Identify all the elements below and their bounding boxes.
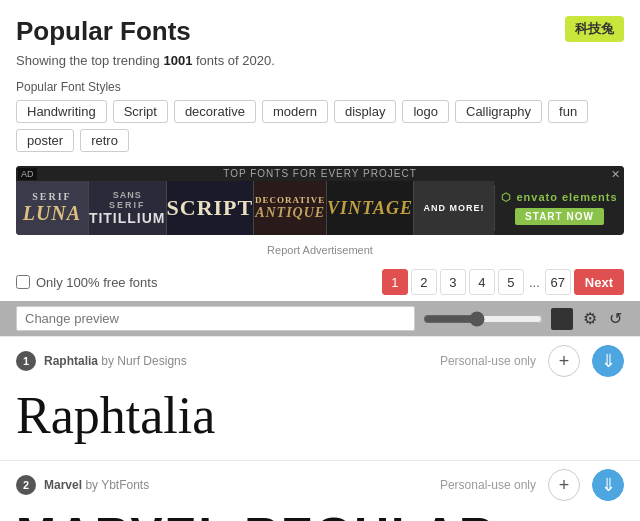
font-style-tag-script[interactable]: Script bbox=[113, 100, 168, 123]
font-style-tag-fun[interactable]: fun bbox=[548, 100, 588, 123]
ad-banner: AD ✕ TOP FONTS FOR EVERY PROJECT SERIF L… bbox=[16, 166, 624, 235]
font-item-left: 2Marvel by YbtFonts bbox=[16, 475, 149, 495]
page-title: Popular Fonts bbox=[16, 16, 275, 47]
subtitle-count: 1001 bbox=[163, 53, 192, 68]
page-button-67[interactable]: 67 bbox=[545, 269, 571, 295]
ad-tile-vintage[interactable]: Vintage bbox=[327, 181, 414, 235]
page-button-5[interactable]: 5 bbox=[498, 269, 524, 295]
font-style-tag-calligraphy[interactable]: Calligraphy bbox=[455, 100, 542, 123]
license-label: Personal-use only bbox=[440, 478, 536, 492]
font-size-slider[interactable] bbox=[423, 311, 543, 327]
pagination: 12345...67Next bbox=[382, 269, 624, 295]
license-label: Personal-use only bbox=[440, 354, 536, 368]
link-icon-button[interactable]: ⚙ bbox=[581, 309, 599, 328]
font-number: 2 bbox=[16, 475, 36, 495]
add-font-button[interactable]: + bbox=[548, 345, 580, 377]
page-header: Popular Fonts Showing the top trending 1… bbox=[0, 0, 640, 76]
font-list: 1Raphtalia by Nurf DesignsPersonal-use o… bbox=[0, 336, 640, 521]
font-item: 2Marvel by YbtFontsPersonal-use only+⇓MA… bbox=[0, 460, 640, 521]
ad-tile-script[interactable]: Script bbox=[167, 181, 255, 235]
download-font-button[interactable]: ⇓ bbox=[592, 469, 624, 501]
font-preview: MARVEL REGULAR bbox=[16, 507, 624, 521]
ad-content: SERIF Luna SANS SERIF Titillium Script D… bbox=[16, 181, 624, 235]
page-dots: ... bbox=[527, 275, 542, 290]
ad-close-button[interactable]: ✕ bbox=[609, 168, 622, 181]
preview-input[interactable] bbox=[16, 306, 415, 331]
ad-envato: ⬡ envato elements START NOW bbox=[494, 185, 624, 231]
controls-bar: Only 100% free fonts 12345...67Next bbox=[0, 263, 640, 301]
font-style-tag-poster[interactable]: poster bbox=[16, 129, 74, 152]
envato-logo: ⬡ envato elements bbox=[501, 191, 617, 204]
ad-report: Report Advertisement bbox=[0, 241, 640, 259]
ad-tile-more[interactable]: AND MORE! bbox=[414, 181, 494, 235]
subtitle: Showing the top trending 1001 fonts of 2… bbox=[16, 53, 275, 68]
font-item-left: 1Raphtalia by Nurf Designs bbox=[16, 351, 187, 371]
font-item-right: Personal-use only+⇓ bbox=[440, 345, 624, 377]
page-button-3[interactable]: 3 bbox=[440, 269, 466, 295]
font-style-tag-logo[interactable]: logo bbox=[402, 100, 449, 123]
badge-button[interactable]: 科技兔 bbox=[565, 16, 624, 42]
refresh-icon-button[interactable]: ↺ bbox=[607, 309, 624, 328]
font-preview: Raphtalia bbox=[16, 383, 624, 448]
start-now-button[interactable]: START NOW bbox=[515, 208, 604, 225]
subtitle-middle: fonts bbox=[192, 53, 224, 68]
ad-tile-serif[interactable]: SERIF Luna bbox=[16, 181, 89, 235]
font-styles-label: Popular Font Styles bbox=[16, 80, 624, 94]
download-font-button[interactable]: ⇓ bbox=[592, 345, 624, 377]
ad-label: TOP FONTS FOR EVERY PROJECT bbox=[16, 166, 624, 181]
ad-tiles: SERIF Luna SANS SERIF Titillium Script D… bbox=[16, 181, 494, 235]
font-item-header: 1Raphtalia by Nurf DesignsPersonal-use o… bbox=[16, 345, 624, 377]
page-button-1[interactable]: 1 bbox=[382, 269, 408, 295]
font-item: 1Raphtalia by Nurf DesignsPersonal-use o… bbox=[0, 336, 640, 460]
font-meta: Marvel by YbtFonts bbox=[44, 478, 149, 492]
font-style-tags: HandwritingScriptdecorativemoderndisplay… bbox=[16, 100, 624, 152]
preview-bar: ⚙ ↺ bbox=[0, 301, 640, 336]
font-style-tag-retro[interactable]: retro bbox=[80, 129, 129, 152]
free-fonts-checkbox[interactable] bbox=[16, 275, 30, 289]
subtitle-prefix: Showing the top trending bbox=[16, 53, 163, 68]
add-font-button[interactable]: + bbox=[548, 469, 580, 501]
page-button-4[interactable]: 4 bbox=[469, 269, 495, 295]
ad-tile-sans[interactable]: SANS SERIF Titillium bbox=[89, 181, 167, 235]
free-fonts-checkbox-label[interactable]: Only 100% free fonts bbox=[16, 275, 157, 290]
subtitle-suffix: of 2020. bbox=[224, 53, 275, 68]
font-meta: Raphtalia by Nurf Designs bbox=[44, 354, 187, 368]
font-number: 1 bbox=[16, 351, 36, 371]
free-fonts-label: Only 100% free fonts bbox=[36, 275, 157, 290]
font-style-tag-decorative[interactable]: decorative bbox=[174, 100, 256, 123]
font-style-tag-modern[interactable]: modern bbox=[262, 100, 328, 123]
ad-badge: AD bbox=[18, 168, 37, 180]
color-swatch[interactable] bbox=[551, 308, 573, 330]
font-item-right: Personal-use only+⇓ bbox=[440, 469, 624, 501]
page-button-2[interactable]: 2 bbox=[411, 269, 437, 295]
next-page-button[interactable]: Next bbox=[574, 269, 624, 295]
font-styles-section: Popular Font Styles HandwritingScriptdec… bbox=[0, 76, 640, 160]
header-left: Popular Fonts Showing the top trending 1… bbox=[16, 16, 275, 68]
font-item-header: 2Marvel by YbtFontsPersonal-use only+⇓ bbox=[16, 469, 624, 501]
ad-tile-deco[interactable]: DECORATIVE Antique bbox=[254, 181, 327, 235]
font-style-tag-handwriting[interactable]: Handwriting bbox=[16, 100, 107, 123]
font-style-tag-display[interactable]: display bbox=[334, 100, 396, 123]
